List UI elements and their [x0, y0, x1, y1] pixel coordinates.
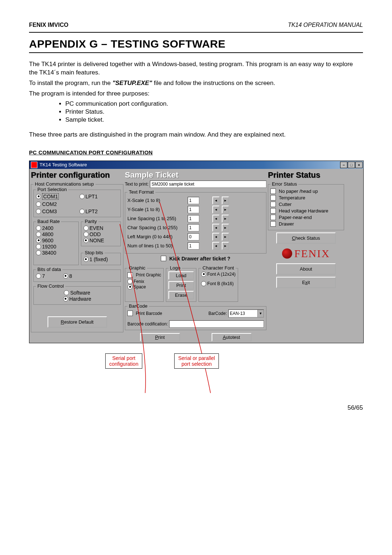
fenix-logo: FENIX [268, 247, 344, 260]
rule-under-title [29, 52, 363, 53]
xscale-input[interactable] [188, 197, 199, 204]
numlines-inc[interactable]: ► [222, 242, 229, 250]
barcode-legend: BarCode [127, 303, 149, 309]
radio-odd[interactable]: ODD [83, 231, 119, 237]
margin-inc[interactable]: ► [222, 233, 229, 241]
radio-even[interactable]: EVEN [83, 225, 119, 231]
section-heading: PC COMMUNICATION PORT CONFIGURATION [29, 149, 363, 155]
charsp-inc[interactable]: ► [222, 224, 229, 232]
linesp-inc[interactable]: ► [222, 215, 229, 223]
stopbits-fieldset: Stop bits 1 (fixed) [81, 253, 121, 265]
logo-print-button[interactable]: Print [168, 281, 194, 289]
radio-com2[interactable]: COM2 [36, 201, 75, 207]
margin-input[interactable] [188, 233, 199, 240]
barcode-codif-input[interactable] [169, 320, 264, 328]
restore-default-button[interactable]: RRestore Defaultestore Default [48, 316, 107, 328]
radio-bits7[interactable]: 7 [36, 273, 45, 279]
autotest-button[interactable]: Autotest [212, 333, 252, 341]
host-comm-legend: Host Communications setup [33, 181, 95, 187]
header-right: TK14 OPERATION MANUAL [288, 22, 363, 28]
printer-status-head: Printer Status [268, 170, 344, 180]
xscale-inc[interactable]: ► [222, 197, 229, 204]
annot-serial-config: Serial portconfiguration [105, 353, 142, 369]
stop-legend: Stop bits [83, 250, 105, 255]
radio-stop1[interactable]: 1 (fixed) [83, 256, 119, 262]
print-barcode-check[interactable]: Print Barcode [127, 311, 162, 316]
radio-38400[interactable]: 38400 [36, 250, 76, 256]
printer-config-head: Printer configuration [31, 170, 123, 180]
radio-2400[interactable]: 2400 [36, 225, 76, 231]
xscale-dec[interactable]: ◄ [212, 197, 220, 204]
yscale-input[interactable] [188, 206, 199, 213]
para-intro-2: To install the program, run the "SETUP.E… [29, 79, 363, 88]
text-to-print-label: Text to print: [125, 182, 148, 187]
radio-19200[interactable]: 19200 [36, 244, 76, 250]
about-button[interactable]: About [276, 263, 336, 275]
setup-exe: "SETUP.EXE" [113, 80, 152, 86]
linesp-dec[interactable]: ◄ [212, 215, 220, 223]
radio-gr-space[interactable]: Space [127, 284, 161, 289]
font-legend: Character Font [201, 265, 236, 271]
print-button[interactable]: Print [140, 333, 180, 341]
yscale-dec[interactable]: ◄ [212, 206, 220, 214]
sample-ticket-head: Sample Ticket [125, 170, 266, 180]
radio-bits8[interactable]: 8 [63, 273, 72, 279]
radio-gr-fenix[interactable]: Fenix [127, 279, 161, 284]
header-left: FENIX IMVICO [29, 22, 68, 28]
numlines-input[interactable] [188, 242, 199, 250]
logo-fieldset: Logo Load Print Erase [166, 268, 196, 302]
radio-lpt1[interactable]: LPT1 [79, 193, 119, 200]
para-intro-1: The TK14 printer is delivered together w… [29, 60, 363, 77]
radio-9600[interactable]: 9600 [36, 238, 76, 243]
text-to-print-input[interactable] [150, 181, 266, 188]
minimize-button[interactable]: – [340, 162, 347, 168]
flow-fieldset: Flow Control Software Hardware [33, 286, 121, 305]
close-button[interactable]: × [355, 162, 363, 168]
bits-fieldset: Bits of data 7 8 [33, 270, 121, 282]
host-comm-fieldset: Host Communications setup Port Selection… [31, 184, 123, 332]
kick-drawer-check[interactable]: Kick Drawer after ticket ? [125, 256, 266, 262]
radio-com1[interactable]: COM1 [36, 193, 75, 200]
charsp-dec[interactable]: ◄ [212, 224, 220, 232]
logo-load-button[interactable]: Load [168, 271, 194, 280]
print-graphic-check[interactable]: Print Graphic [127, 272, 161, 278]
app-window: TK14 Testing Software – □ × Printer conf… [29, 161, 364, 343]
err-pne: Paper-near-end [270, 215, 342, 220]
err-cutter: Cutter [270, 202, 342, 207]
barcode-type-select[interactable]: EAN-13▼ [228, 309, 264, 317]
yscale-inc[interactable]: ► [222, 206, 229, 214]
margin-dec[interactable]: ◄ [212, 233, 220, 241]
maximize-button[interactable]: □ [348, 162, 355, 168]
radio-flow-hard[interactable]: Hardware [36, 296, 118, 302]
charsp-input[interactable] [188, 224, 199, 231]
rule-top [29, 32, 363, 33]
bullet-2: Printer Status. [65, 108, 363, 116]
linesp-input[interactable] [188, 215, 199, 222]
check-status-button[interactable]: Check Status [276, 232, 336, 244]
logo-erase-button[interactable]: Erase [168, 291, 194, 299]
baud-fieldset: Baud Rate 2400 4800 9600 19200 38400 [33, 222, 79, 265]
para2-pre: To install the program, run the [29, 80, 113, 86]
radio-lpt2[interactable]: LPT2 [79, 208, 119, 214]
radio-font-b[interactable]: Font B (8x16) [201, 281, 236, 286]
titlebar: TK14 Testing Software – □ × [29, 161, 363, 169]
window-title: TK14 Testing Software [40, 162, 340, 167]
numlines-dec[interactable]: ◄ [212, 242, 220, 250]
graphic-fieldset: Graphic Print Graphic Fenix Space [125, 268, 164, 302]
radio-com3[interactable]: COM3 [36, 208, 75, 214]
radio-flow-soft[interactable]: Software [36, 290, 118, 296]
app-icon [31, 162, 37, 168]
graphic-legend: Graphic [127, 265, 147, 271]
para-explain: These three parts are distinguished in t… [29, 131, 363, 139]
parity-legend: Parity [83, 219, 98, 224]
radio-4800[interactable]: 4800 [36, 231, 76, 237]
radio-font-a[interactable]: Font A (12x24) [201, 272, 236, 277]
logo-legend: Logo [168, 265, 182, 271]
error-status-legend: Error Status [270, 181, 298, 187]
xscale-row: X-Scale (1 to 8)◄► [127, 197, 264, 204]
radio-none[interactable]: NONE [83, 238, 119, 243]
font-fieldset: Character Font Font A (12x24) Font B (8x… [199, 268, 238, 302]
exit-button[interactable]: Exit [276, 277, 336, 288]
flow-legend: Flow Control [36, 283, 65, 289]
text-format-legend: Text Format [127, 189, 155, 195]
